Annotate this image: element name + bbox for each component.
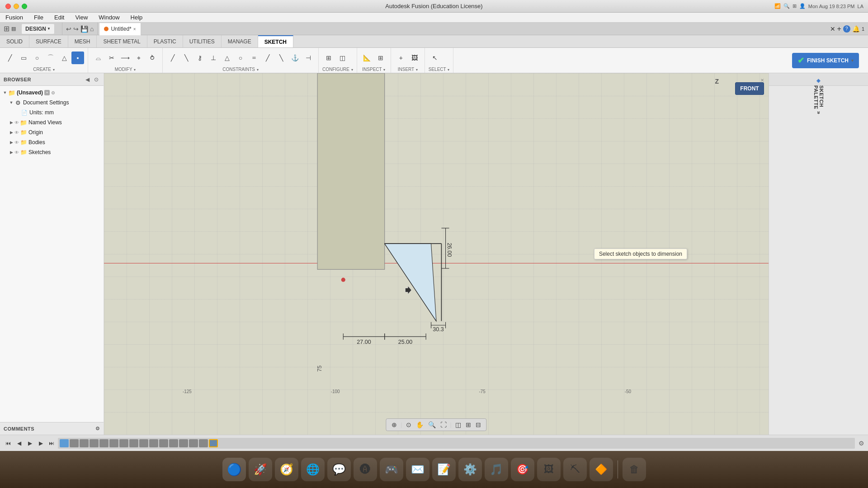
timeline-item-1[interactable]	[70, 439, 79, 447]
inspect-arrow[interactable]: ▾	[383, 68, 385, 72]
tree-toggle-origin[interactable]: ▶	[8, 129, 14, 136]
tool-polygon[interactable]: △	[58, 52, 71, 64]
tool-parallel[interactable]: ⚷	[193, 52, 206, 64]
dock-safari[interactable]: 🧭	[275, 458, 298, 481]
workspace-selector[interactable]: ▤	[11, 26, 16, 32]
eye-icon-sketches[interactable]: 👁	[14, 150, 19, 155]
tool-circle[interactable]: ○	[31, 52, 43, 64]
tab-surface[interactable]: SURFACE	[29, 35, 68, 47]
select-arrow[interactable]: ▾	[448, 68, 449, 72]
root-settings-icon[interactable]: ⚙	[51, 90, 55, 95]
look-at-icon[interactable]: ⊙	[405, 420, 412, 429]
tree-toggle-sketches[interactable]: ▶	[8, 149, 14, 155]
dock-fus[interactable]: 🔶	[590, 458, 613, 481]
timeline-item-10[interactable]	[159, 439, 168, 447]
constraints-arrow[interactable]: ▾	[257, 68, 259, 72]
tree-toggle-named-views[interactable]: ▶	[8, 119, 14, 126]
timeline-play-icon[interactable]: ▶	[25, 439, 34, 448]
tool-fillet[interactable]: ⌓	[92, 52, 104, 64]
tree-item-origin[interactable]: ▶ 👁 📁 Origin	[0, 127, 104, 137]
pan-icon[interactable]: ✋	[415, 420, 425, 429]
tool-equal[interactable]: △	[221, 52, 233, 64]
menu-help[interactable]: Help	[129, 13, 145, 22]
timeline-item-11[interactable]	[169, 439, 178, 447]
eye-icon-bodies[interactable]: 👁	[14, 140, 19, 145]
timeline-item-0[interactable]	[60, 439, 69, 447]
timeline-item-3[interactable]	[90, 439, 99, 447]
save-icon[interactable]: 💾	[80, 25, 88, 33]
menu-fusion[interactable]: Fusion	[4, 13, 25, 22]
tree-toggle-root[interactable]: ▼	[2, 89, 8, 96]
tool-fix[interactable]: ⚓	[288, 52, 301, 64]
user-icon[interactable]: 👤	[799, 3, 806, 9]
tree-toggle-doc-settings[interactable]: ▼	[8, 99, 14, 106]
tool-trim[interactable]: ✂	[105, 52, 118, 64]
tool-measure[interactable]: 📐	[361, 52, 373, 64]
timeline-item-15[interactable]	[209, 439, 218, 447]
tool-insert-image[interactable]: +	[395, 52, 407, 64]
dock-launchpad[interactable]: 🚀	[249, 458, 272, 481]
tool-extend[interactable]: ⟶	[119, 52, 132, 64]
close-button[interactable]	[5, 4, 11, 9]
tool-offset[interactable]: ⥁	[146, 52, 159, 64]
tree-item-named-views[interactable]: ▶ 👁 📁 Named Views	[0, 117, 104, 127]
timeline-item-5[interactable]	[109, 439, 118, 447]
browser-collapse-icon[interactable]: ◀	[84, 76, 91, 83]
tool-coincident[interactable]: ╱	[166, 52, 179, 64]
tool-perpendicular[interactable]: ⊥	[207, 52, 220, 64]
create-arrow[interactable]: ▾	[53, 68, 55, 72]
timeline-end-icon[interactable]: ⏭	[47, 439, 56, 448]
timeline-item-6[interactable]	[119, 439, 128, 447]
tab-manage[interactable]: MANAGE	[222, 35, 258, 47]
tab-plastic[interactable]: PLASTIC	[147, 35, 183, 47]
dock-steam[interactable]: 🎮	[380, 458, 403, 481]
tool-collinear[interactable]: ╲	[180, 52, 193, 64]
minimize-button[interactable]	[14, 4, 19, 9]
sketch-palette-header[interactable]: ◈ SKETCH PALETTE »	[769, 73, 868, 86]
eye-icon-origin[interactable]: 👁	[14, 130, 19, 135]
comments-settings-icon[interactable]: ⚙	[95, 426, 100, 432]
notification-icon[interactable]: 🔔	[852, 25, 860, 33]
search-icon[interactable]: 🔍	[783, 3, 790, 9]
document-tab[interactable]: Untitled* ×	[99, 23, 141, 35]
new-tab-icon[interactable]: +	[837, 25, 841, 33]
orbit-icon[interactable]: ⊕	[391, 420, 398, 429]
view-cube-front[interactable]: FRONT	[735, 82, 764, 95]
timeline-item-8[interactable]	[139, 439, 148, 447]
timeline-item-7[interactable]	[129, 439, 138, 447]
tool-snapping[interactable]: ◫	[336, 52, 349, 64]
tool-tangent[interactable]: ○	[234, 52, 247, 64]
tool-insert-dxf[interactable]: 🖼	[408, 52, 421, 64]
tool-sketch-dim[interactable]: ▪	[71, 52, 84, 64]
tree-toggle-bodies[interactable]: ▶	[8, 139, 14, 145]
configure-arrow[interactable]: ▾	[351, 68, 353, 72]
view-cube[interactable]: FRONT ✕	[723, 78, 764, 118]
timeline-next-icon[interactable]: ▶	[36, 439, 45, 448]
timeline-item-2[interactable]	[80, 439, 89, 447]
tab-utilities[interactable]: UTILITIES	[183, 35, 222, 47]
timeline-item-14[interactable]	[199, 439, 208, 447]
undo-icon[interactable]: ↩	[66, 25, 71, 33]
menu-edit[interactable]: Edit	[52, 13, 66, 22]
tab-sheet-metal[interactable]: SHEET METAL	[97, 35, 147, 47]
menu-view[interactable]: View	[73, 13, 90, 22]
insert-arrow[interactable]: ▾	[416, 68, 418, 72]
timeline-settings-icon[interactable]: ⚙	[859, 440, 864, 447]
tool-symmetry[interactable]: ╱	[261, 52, 274, 64]
tool-table[interactable]: ⊞	[374, 52, 387, 64]
user-account-icon[interactable]: 1	[862, 26, 864, 32]
dock-preview[interactable]: 🖼	[537, 458, 561, 481]
tree-item-bodies[interactable]: ▶ 👁 📁 Bodies	[0, 137, 104, 147]
dock-systemprefs[interactable]: ⚙️	[458, 458, 482, 481]
close-tab-icon[interactable]: ✕	[830, 25, 835, 33]
tree-item-root[interactable]: ▼ 📁 (Unsaved) + ⚙	[0, 88, 104, 98]
snap-icon[interactable]: ⊟	[475, 420, 482, 429]
modify-arrow[interactable]: ▾	[134, 68, 136, 72]
maximize-button[interactable]	[22, 4, 27, 9]
tool-line[interactable]: ╱	[4, 52, 16, 64]
zoom-fit-icon[interactable]: ⛶	[439, 420, 448, 429]
dock-discord[interactable]: 💬	[327, 458, 351, 481]
timeline-item-13[interactable]	[189, 439, 198, 447]
design-mode-button[interactable]: DESIGN ▼	[21, 23, 55, 34]
redo-icon[interactable]: ↪	[73, 25, 79, 33]
